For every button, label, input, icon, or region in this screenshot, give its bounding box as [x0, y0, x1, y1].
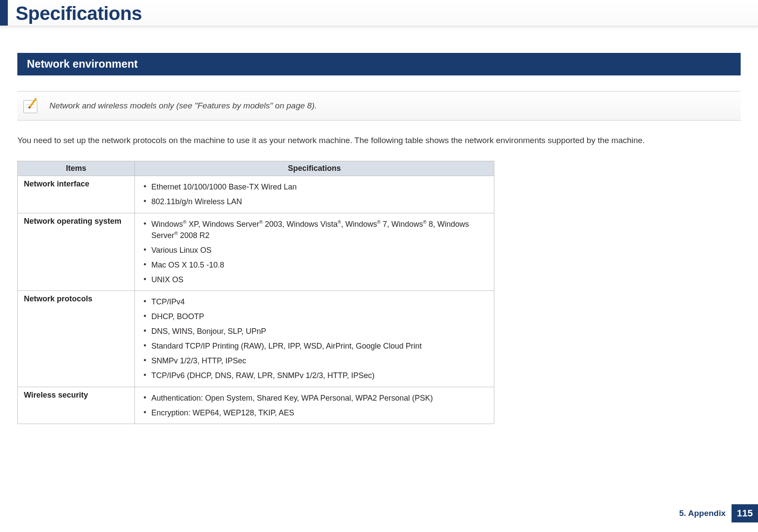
spec-value: 802.11b/g/n Wireless LAN: [141, 194, 488, 209]
spec-value: Encryption: WEP64, WEP128, TKIP, AES: [141, 405, 488, 420]
spec-value: Mac OS X 10.5 -10.8: [141, 258, 488, 272]
spec-value: Various Linux OS: [141, 243, 488, 258]
spec-value: TCP/IPv6 (DHCP, DNS, RAW, LPR, SNMPv 1/2…: [141, 368, 488, 383]
spec-value: DHCP, BOOTP: [141, 309, 488, 324]
footer-page-number: 115: [732, 504, 758, 522]
spec-item: Network interface: [18, 176, 135, 213]
page-title: Specifications: [8, 0, 142, 26]
page-header: Specifications: [0, 0, 758, 27]
spec-values: Authentication: Open System, Shared Key,…: [135, 387, 494, 424]
footer-chapter: 5. Appendix: [679, 504, 732, 522]
note-text: Network and wireless models only (see "F…: [49, 101, 317, 111]
note-box: Network and wireless models only (see "F…: [17, 91, 741, 121]
spec-value: Ethernet 10/100/1000 Base-TX Wired Lan: [141, 180, 488, 194]
spec-values: Windows® XP, Windows Server® 2003, Windo…: [135, 213, 494, 290]
spec-item: Network protocols: [18, 291, 135, 387]
spec-values: TCP/IPv4DHCP, BOOTPDNS, WINS, Bonjour, S…: [135, 291, 494, 387]
section-header: Network environment: [17, 53, 741, 75]
table-row: Network protocolsTCP/IPv4DHCP, BOOTPDNS,…: [18, 291, 494, 387]
header-accent: [0, 0, 8, 26]
page-content: Network environment Network and wireless…: [0, 27, 758, 424]
spec-values: Ethernet 10/100/1000 Base-TX Wired Lan80…: [135, 176, 494, 213]
col-header-specs: Specifications: [135, 161, 494, 176]
table-row: Network interfaceEthernet 10/100/1000 Ba…: [18, 176, 494, 213]
table-row: Wireless securityAuthentication: Open Sy…: [18, 387, 494, 424]
spec-value: Windows® XP, Windows Server® 2003, Windo…: [141, 217, 488, 243]
note-icon: [22, 98, 40, 114]
spec-value: Standard TCP/IP Printing (RAW), LPR, IPP…: [141, 339, 488, 353]
spec-value: Authentication: Open System, Shared Key,…: [141, 391, 488, 405]
spec-item: Wireless security: [18, 387, 135, 424]
col-header-items: Items: [18, 161, 135, 176]
spec-value: SNMPv 1/2/3, HTTP, IPSec: [141, 353, 488, 368]
spec-item: Network operating system: [18, 213, 135, 290]
spec-value: TCP/IPv4: [141, 294, 488, 309]
spec-table: Items Specifications Network interfaceEt…: [17, 161, 494, 424]
spec-value: DNS, WINS, Bonjour, SLP, UPnP: [141, 324, 488, 339]
spec-value: UNIX OS: [141, 272, 488, 287]
table-row: Network operating systemWindows® XP, Win…: [18, 213, 494, 290]
intro-paragraph: You need to set up the network protocols…: [17, 134, 741, 147]
page-footer: 5. Appendix 115: [679, 504, 758, 522]
